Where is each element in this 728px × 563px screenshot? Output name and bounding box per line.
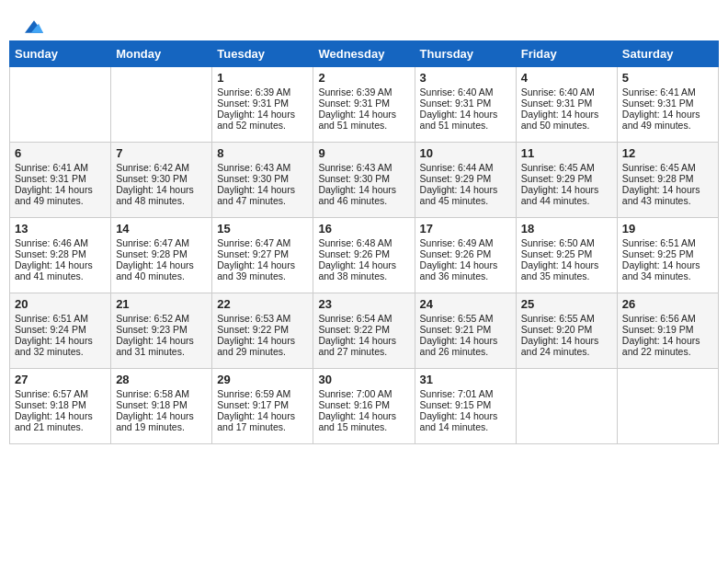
daylight-text: Daylight: 14 hours and 29 minutes. (217, 335, 308, 357)
sunrise-text: Sunrise: 6:42 AM (116, 162, 207, 173)
day-number: 27 (15, 373, 106, 386)
day-number: 15 (217, 222, 308, 236)
calendar-cell: 1Sunrise: 6:39 AMSunset: 9:31 PMDaylight… (212, 67, 313, 143)
calendar-cell: 8Sunrise: 6:43 AMSunset: 9:30 PMDaylight… (212, 143, 313, 218)
sunrise-text: Sunrise: 6:47 AM (116, 237, 207, 248)
calendar-cell: 6Sunrise: 6:41 AMSunset: 9:31 PMDaylight… (10, 143, 111, 218)
calendar-cell (617, 369, 718, 444)
calendar-table: SundayMondayTuesdayWednesdayThursdayFrid… (9, 40, 719, 444)
sunrise-text: Sunrise: 6:47 AM (217, 237, 308, 248)
sunrise-text: Sunrise: 6:54 AM (318, 313, 409, 324)
day-number: 8 (217, 146, 308, 160)
sunrise-text: Sunrise: 6:57 AM (15, 388, 106, 399)
sunset-text: Sunset: 9:28 PM (15, 248, 106, 259)
sunset-text: Sunset: 9:23 PM (116, 324, 207, 335)
sunset-text: Sunset: 9:16 PM (318, 399, 409, 410)
calendar-cell: 18Sunrise: 6:50 AMSunset: 9:25 PMDayligh… (516, 218, 617, 293)
calendar-header-saturday: Saturday (617, 41, 718, 67)
daylight-text: Daylight: 14 hours and 35 minutes. (521, 259, 612, 282)
day-number: 25 (521, 297, 612, 311)
day-number: 10 (420, 146, 511, 160)
sunrise-text: Sunrise: 6:56 AM (622, 313, 713, 324)
daylight-text: Daylight: 14 hours and 22 minutes. (622, 335, 713, 357)
calendar-cell: 13Sunrise: 6:46 AMSunset: 9:28 PMDayligh… (10, 218, 111, 293)
sunset-text: Sunset: 9:26 PM (420, 248, 511, 259)
daylight-text: Daylight: 14 hours and 19 minutes. (116, 410, 207, 432)
calendar-cell: 2Sunrise: 6:39 AMSunset: 9:31 PMDaylight… (313, 67, 415, 143)
sunrise-text: Sunrise: 6:45 AM (622, 162, 713, 173)
sunset-text: Sunset: 9:28 PM (116, 248, 207, 259)
calendar-cell: 17Sunrise: 6:49 AMSunset: 9:26 PMDayligh… (415, 218, 516, 293)
sunrise-text: Sunrise: 6:59 AM (217, 388, 308, 399)
calendar-cell: 4Sunrise: 6:40 AMSunset: 9:31 PMDaylight… (516, 67, 617, 143)
sunset-text: Sunset: 9:19 PM (622, 324, 713, 335)
calendar-cell: 25Sunrise: 6:55 AMSunset: 9:20 PMDayligh… (516, 293, 617, 369)
sunset-text: Sunset: 9:18 PM (15, 399, 106, 410)
day-number: 20 (15, 297, 106, 311)
sunrise-text: Sunrise: 6:48 AM (318, 237, 409, 248)
calendar-cell: 21Sunrise: 6:52 AMSunset: 9:23 PMDayligh… (111, 293, 212, 369)
daylight-text: Daylight: 14 hours and 51 minutes. (420, 109, 511, 131)
daylight-text: Daylight: 14 hours and 27 minutes. (318, 335, 409, 357)
calendar-header-wednesday: Wednesday (313, 41, 415, 67)
day-number: 18 (521, 222, 612, 236)
calendar-header-sunday: Sunday (10, 41, 111, 67)
sunrise-text: Sunrise: 7:00 AM (318, 388, 409, 399)
sunrise-text: Sunrise: 6:41 AM (15, 162, 106, 173)
calendar-week-3: 13Sunrise: 6:46 AMSunset: 9:28 PMDayligh… (10, 218, 719, 293)
sunrise-text: Sunrise: 6:51 AM (15, 313, 106, 324)
day-number: 14 (116, 222, 207, 236)
sunrise-text: Sunrise: 6:45 AM (521, 162, 612, 173)
logo-icon (25, 20, 43, 33)
day-number: 5 (622, 71, 713, 85)
sunrise-text: Sunrise: 6:49 AM (420, 237, 511, 248)
calendar-cell: 10Sunrise: 6:44 AMSunset: 9:29 PMDayligh… (415, 143, 516, 218)
day-number: 17 (420, 222, 511, 236)
sunset-text: Sunset: 9:31 PM (521, 98, 612, 109)
day-number: 28 (116, 373, 207, 386)
daylight-text: Daylight: 14 hours and 47 minutes. (217, 184, 308, 206)
sunset-text: Sunset: 9:26 PM (318, 248, 409, 259)
daylight-text: Daylight: 14 hours and 46 minutes. (318, 184, 409, 206)
sunset-text: Sunset: 9:27 PM (217, 248, 308, 259)
calendar-header-row: SundayMondayTuesdayWednesdayThursdayFrid… (10, 41, 719, 67)
daylight-text: Daylight: 14 hours and 51 minutes. (318, 109, 409, 131)
day-number: 29 (217, 373, 308, 386)
calendar-cell: 23Sunrise: 6:54 AMSunset: 9:22 PMDayligh… (313, 293, 415, 369)
sunset-text: Sunset: 9:20 PM (521, 324, 612, 335)
day-number: 21 (116, 297, 207, 311)
day-number: 13 (15, 222, 106, 236)
calendar-cell: 28Sunrise: 6:58 AMSunset: 9:18 PMDayligh… (111, 369, 212, 444)
calendar-cell: 5Sunrise: 6:41 AMSunset: 9:31 PMDaylight… (617, 67, 718, 143)
calendar-cell: 12Sunrise: 6:45 AMSunset: 9:28 PMDayligh… (617, 143, 718, 218)
daylight-text: Daylight: 14 hours and 44 minutes. (521, 184, 612, 206)
day-number: 4 (521, 71, 612, 85)
day-number: 16 (318, 222, 409, 236)
day-number: 6 (15, 146, 106, 160)
sunset-text: Sunset: 9:29 PM (420, 173, 511, 184)
sunset-text: Sunset: 9:21 PM (420, 324, 511, 335)
sunrise-text: Sunrise: 6:46 AM (15, 237, 106, 248)
daylight-text: Daylight: 14 hours and 17 minutes. (217, 410, 308, 432)
daylight-text: Daylight: 14 hours and 49 minutes. (622, 109, 713, 131)
sunset-text: Sunset: 9:30 PM (217, 173, 308, 184)
calendar-week-4: 20Sunrise: 6:51 AMSunset: 9:24 PMDayligh… (10, 293, 719, 369)
sunrise-text: Sunrise: 6:40 AM (521, 86, 612, 98)
sunrise-text: Sunrise: 6:52 AM (116, 313, 207, 324)
sunset-text: Sunset: 9:31 PM (217, 98, 308, 109)
calendar-header-tuesday: Tuesday (212, 41, 313, 67)
calendar-header-thursday: Thursday (415, 41, 516, 67)
sunrise-text: Sunrise: 6:50 AM (521, 237, 612, 248)
daylight-text: Daylight: 14 hours and 32 minutes. (15, 335, 106, 357)
sunset-text: Sunset: 9:17 PM (217, 399, 308, 410)
calendar-week-2: 6Sunrise: 6:41 AMSunset: 9:31 PMDaylight… (10, 143, 719, 218)
sunset-text: Sunset: 9:29 PM (521, 173, 612, 184)
daylight-text: Daylight: 14 hours and 52 minutes. (217, 109, 308, 131)
calendar-header-monday: Monday (111, 41, 212, 67)
calendar-cell: 14Sunrise: 6:47 AMSunset: 9:28 PMDayligh… (111, 218, 212, 293)
sunset-text: Sunset: 9:15 PM (420, 399, 511, 410)
sunset-text: Sunset: 9:22 PM (318, 324, 409, 335)
sunrise-text: Sunrise: 6:58 AM (116, 388, 207, 399)
calendar-cell: 31Sunrise: 7:01 AMSunset: 9:15 PMDayligh… (415, 369, 516, 444)
day-number: 26 (622, 297, 713, 311)
